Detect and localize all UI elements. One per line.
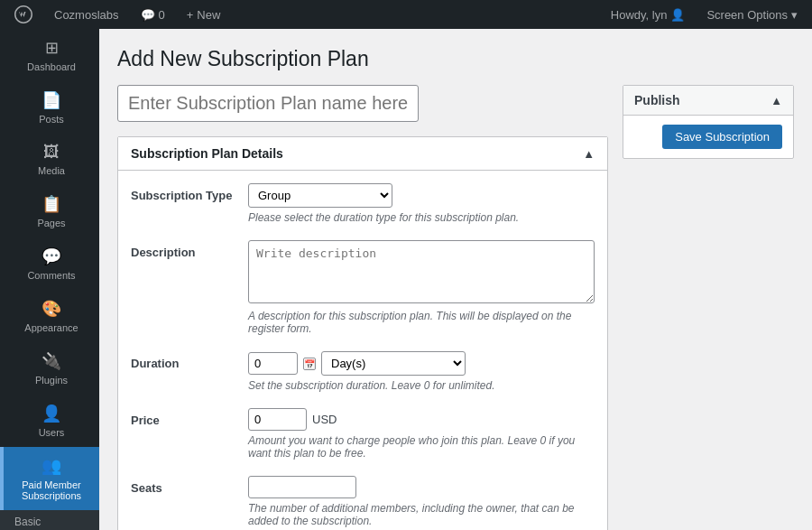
save-subscription-button[interactable]: Save Subscription <box>662 125 782 149</box>
pms-icon: 👥 <box>42 456 61 476</box>
publish-title: Publish <box>634 93 680 107</box>
posts-icon: 📄 <box>42 90 61 110</box>
new-post-link[interactable]: + New <box>181 0 226 29</box>
sidebar-item-appearance[interactable]: 🎨 Appearance <box>0 290 99 342</box>
duration-unit-select[interactable]: Day(s) <box>321 351 466 376</box>
publish-header[interactable]: Publish ▲ <box>623 86 793 116</box>
seats-number-input[interactable] <box>248 476 356 498</box>
calendar-icon: 📅 <box>303 358 316 370</box>
duration-label: Duration <box>131 351 239 370</box>
description-row: Description A description for this subsc… <box>131 240 595 335</box>
wp-logo[interactable] <box>9 0 38 29</box>
dashboard-icon: ⊞ <box>45 38 59 58</box>
sidebar-item-media[interactable]: 🖼 Media <box>0 134 99 185</box>
description-label: Description <box>131 240 239 259</box>
metabox-toggle[interactable]: Subscription Plan Details ▲ <box>118 137 607 171</box>
metabox-title: Subscription Plan Details <box>131 146 283 161</box>
editor-layout: Subscription Plan Details ▲ Subscription… <box>117 85 794 530</box>
users-icon: 👤 <box>42 404 61 423</box>
subscription-type-row: Subscription Type Group Please select th… <box>131 183 595 224</box>
description-field: A description for this subscription plan… <box>248 240 595 335</box>
subscription-type-select[interactable]: Group <box>248 183 392 208</box>
seats-row: Seats The number of additional members, … <box>131 476 595 527</box>
screen-options-button[interactable]: Screen Options ▾ <box>701 0 803 29</box>
duration-row: Duration 📅 Day(s) Set <box>131 351 595 392</box>
admin-bar: Cozmoslabs 💬 0 + New Howdy, lyn 👤 Screen… <box>0 0 812 29</box>
description-textarea[interactable] <box>248 240 595 303</box>
subscription-type-label: Subscription Type <box>131 183 239 202</box>
subscription-plan-name-input[interactable] <box>117 85 419 122</box>
duration-hint: Set the subscription duration. Leave 0 f… <box>248 379 595 392</box>
price-label: Price <box>131 408 239 427</box>
sidebar-item-plugins[interactable]: 🔌 Plugins <box>0 342 99 395</box>
metabox-body: Subscription Type Group Please select th… <box>118 171 607 530</box>
price-wrap: USD <box>248 408 595 431</box>
comments-icon: 💬 <box>42 246 61 266</box>
price-hint: Amount you want to charge people who joi… <box>248 434 595 460</box>
chevron-down-icon: ▾ <box>791 8 798 22</box>
sidebar-item-comments[interactable]: 💬 Comments <box>0 237 99 290</box>
page-title: Add New Subscription Plan <box>117 47 794 71</box>
subscription-type-hint: Please select the duration type for this… <box>248 211 595 224</box>
howdy-user[interactable]: Howdy, lyn 👤 <box>605 0 691 29</box>
price-row: Price USD Amount you want to charge peop… <box>131 408 595 460</box>
metabox-collapse-icon: ▲ <box>583 147 595 161</box>
publish-body: Save Subscription <box>623 116 793 158</box>
media-icon: 🖼 <box>43 143 60 162</box>
duration-field: 📅 Day(s) Set the subscription duration. … <box>248 351 595 392</box>
sidebar-publish: Publish ▲ Save Subscription <box>623 85 794 530</box>
price-field: USD Amount you want to charge people who… <box>248 408 595 460</box>
sidebar-item-posts[interactable]: 📄 Posts <box>0 81 99 134</box>
description-hint: A description for this subscription plan… <box>248 310 595 335</box>
sidebar-item-pms[interactable]: 👥 Paid Member Subscriptions <box>0 447 99 510</box>
currency-label: USD <box>312 413 337 426</box>
admin-sidebar: ⊞ Dashboard 📄 Posts 🖼 Media 📋 Pages 💬 Co… <box>0 29 99 530</box>
user-avatar-icon: 👤 <box>670 8 685 22</box>
seats-label: Seats <box>131 476 239 495</box>
sidebar-item-dashboard[interactable]: ⊞ Dashboard <box>0 29 99 81</box>
comments-link[interactable]: 💬 0 <box>135 0 171 29</box>
main-content: Add New Subscription Plan Subscription P… <box>99 29 812 530</box>
seats-hint: The number of additional members, includ… <box>248 502 595 527</box>
appearance-icon: 🎨 <box>42 299 61 319</box>
site-name[interactable]: Cozmoslabs <box>49 0 125 29</box>
pms-submenu: Basic Information Subscription Plans Mem… <box>0 510 99 530</box>
sidebar-item-pages[interactable]: 📋 Pages <box>0 185 99 237</box>
price-number-input[interactable] <box>248 408 307 431</box>
pages-icon: 📋 <box>42 194 61 214</box>
subscription-type-field: Group Please select the duration type fo… <box>248 183 595 224</box>
publish-box: Publish ▲ Save Subscription <box>623 85 794 159</box>
comment-icon: 💬 <box>141 8 155 22</box>
plugins-icon: 🔌 <box>42 351 61 371</box>
submenu-basic-info[interactable]: Basic Information <box>0 510 99 530</box>
duration-number-input[interactable] <box>248 352 298 375</box>
seats-field: The number of additional members, includ… <box>248 476 595 527</box>
sidebar-item-users[interactable]: 👤 Users <box>0 395 99 447</box>
subscription-details-metabox: Subscription Plan Details ▲ Subscription… <box>117 136 608 530</box>
duration-wrap: 📅 Day(s) <box>248 351 595 376</box>
publish-collapse-icon: ▲ <box>770 94 782 107</box>
main-editor: Subscription Plan Details ▲ Subscription… <box>117 85 608 530</box>
